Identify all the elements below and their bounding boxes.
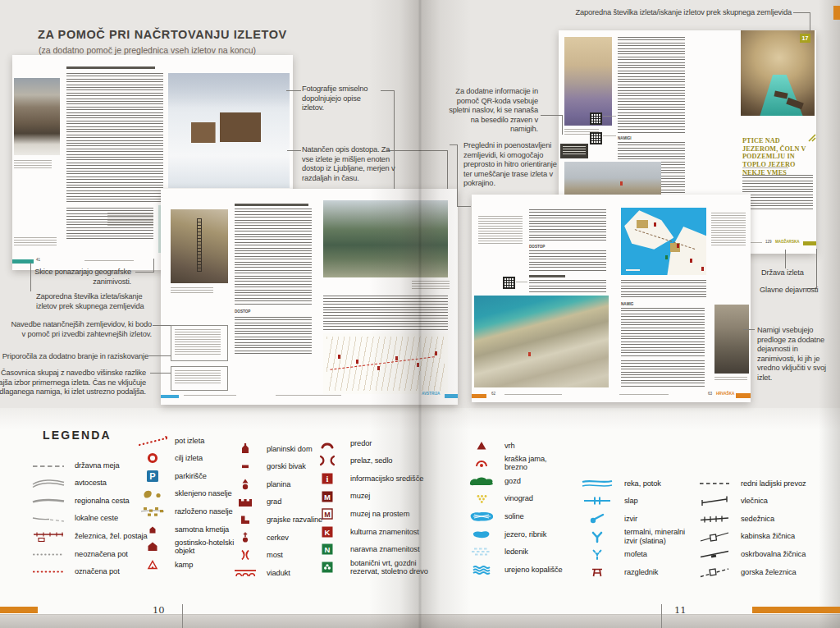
greeked-text-block: [412, 281, 450, 291]
connector-line: [447, 150, 448, 189]
legend-item-label: kamp: [167, 561, 240, 569]
footer-blue-bar: [445, 394, 458, 398]
state-border-icon: [30, 459, 67, 472]
decor: [150, 526, 156, 533]
decor: M: [321, 490, 334, 503]
decor: [144, 507, 147, 510]
legend-item-label: gostinsko-hotelski objekt: [167, 539, 240, 556]
decor: [482, 497, 485, 500]
unmarked-trail-icon: [30, 548, 67, 561]
decor: [477, 442, 486, 450]
inn-hotel-icon: [138, 540, 167, 553]
decor: [239, 531, 252, 544]
decor: [479, 497, 482, 500]
photo-snowy-farm: [168, 73, 290, 188]
legend-item: razloženo naselje: [138, 502, 240, 520]
ferry-icon: [696, 477, 733, 490]
decor: [328, 566, 331, 569]
legend-item-label: oskrbovalna žičnica: [733, 550, 824, 558]
decor: [243, 484, 248, 489]
open-air-museum-icon: M: [312, 507, 343, 520]
corner-accent-bar: [833, 6, 840, 20]
natural-sight-icon: N: [312, 543, 343, 556]
connector-line: [153, 325, 171, 326]
greeked-text-block: [478, 216, 523, 245]
forest-icon: [466, 474, 497, 488]
legend-column-terrain: vrhkraška jama, breznogozdvinogradsoline…: [466, 437, 570, 579]
decor: [582, 481, 612, 482]
annotation-reading: Priporočila za dodatno branje in razisko…: [2, 352, 148, 362]
decor: [710, 534, 717, 541]
greeked-text-block: [516, 282, 527, 283]
decor: N: [325, 545, 331, 554]
marked-trail-icon: [30, 565, 67, 578]
trip-number-badge: 17: [800, 34, 810, 43]
legend-column-sights: predorprelaz, sedloiinformacijsko središ…: [312, 434, 436, 576]
legend-item-label: prelaz, sedlo: [343, 456, 436, 465]
legend-item: urejeno kopališče: [466, 561, 570, 579]
decor: [477, 495, 480, 497]
decor: [155, 507, 158, 510]
legend-item-label: razloženo naselje: [167, 507, 240, 516]
island-overview-map: [621, 208, 706, 275]
legend-item: sklenjeno naselje: [138, 485, 240, 503]
trip-goal-icon: [138, 452, 167, 465]
legend-column-water: reka, potokslapizvirtermalni, mineralni …: [578, 474, 700, 581]
legend-item: gorska železnica: [696, 563, 824, 581]
decor: [469, 545, 494, 558]
glacier-icon: [466, 545, 497, 558]
greeked-text-block: [529, 209, 606, 242]
local-road-icon: [30, 512, 67, 525]
decor: [32, 529, 65, 543]
decor: [620, 181, 623, 186]
pass-saddle-icon: [312, 454, 343, 467]
decor: [321, 561, 334, 574]
photo-rock-detail: [714, 305, 749, 374]
legend-item: ledenik: [466, 543, 570, 562]
legend-item-label: jezero, ribnik: [497, 530, 570, 539]
mofette-icon: [578, 548, 617, 561]
decor: [326, 566, 328, 568]
footer-orange-bar: [736, 393, 751, 398]
decor: [239, 460, 252, 473]
greeked-text-block: [714, 377, 747, 382]
decor: [242, 551, 244, 560]
map-markers: [338, 355, 340, 359]
legend-item-label: vrh: [497, 442, 570, 450]
legend-item-label: redni ladijski prevoz: [733, 479, 824, 488]
annotation-hints: Namigi vsebujejo predloge za dodatne dej…: [757, 326, 835, 383]
decor: [243, 479, 249, 483]
decor: P: [149, 471, 155, 481]
decor: [237, 496, 253, 509]
decor: [139, 438, 166, 445]
legend-item-label: pot izleta: [167, 437, 240, 445]
connector-line: [135, 272, 153, 273]
decor: [581, 494, 614, 507]
greeked-text-block: [107, 213, 153, 226]
legend-item-label: gorska železnica: [733, 568, 824, 576]
legend-item: botanični vrt, gozdni rezervat, stoletno…: [312, 558, 436, 576]
greeked-text-block: [621, 280, 706, 298]
decor: [32, 565, 65, 578]
legend-item-label: botanični vrt, gozdni rezervat, stoletno…: [343, 559, 436, 576]
annotation-photos: Fotografije smiselno dopolnjujejo opise …: [302, 85, 384, 113]
annotation-trip-number-left: Zaporedna številka izleta/iskanje izleto…: [36, 292, 159, 311]
legend-item: razglednik: [578, 563, 700, 581]
connector-line: [457, 206, 471, 207]
decor: [475, 439, 488, 452]
photo-rocky-coast: [474, 296, 609, 387]
connector-line: [816, 249, 817, 289]
legend-item-label: soline: [497, 512, 570, 520]
annotation-detailed-maps: Navedbe natančnejših zemljevidov, ki bod…: [8, 320, 152, 339]
castle-ruins-icon: [231, 513, 259, 526]
decor: [331, 456, 334, 465]
decor: [473, 572, 490, 574]
legend-item-label: predor: [343, 439, 436, 447]
church-icon: [231, 531, 259, 544]
bathing-icon: [466, 563, 497, 576]
decor: [148, 514, 151, 516]
decor: [146, 558, 159, 571]
legend-item: mofeta: [578, 545, 700, 563]
mini-page-number: 129: [765, 241, 772, 245]
decor: [470, 477, 493, 485]
